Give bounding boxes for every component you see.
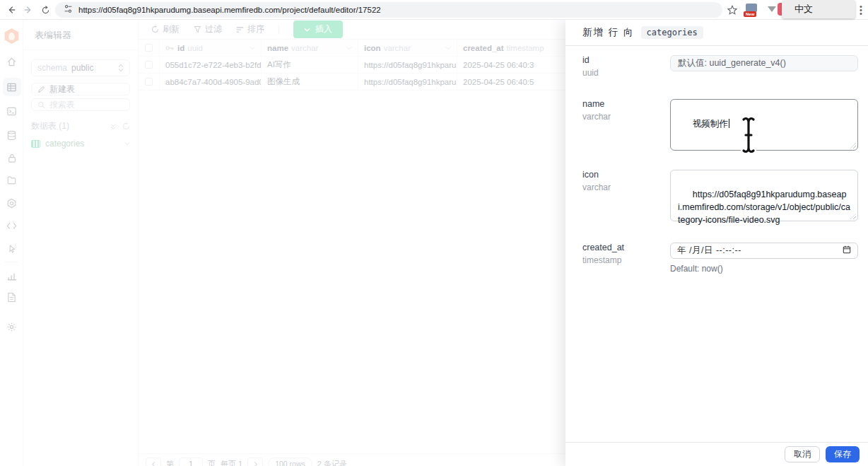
name-textarea[interactable]: 视频制作 (670, 99, 858, 151)
sql-editor-nav-icon[interactable] (0, 102, 23, 120)
column-header-name[interactable]: name varchar (262, 40, 358, 56)
row-checkbox[interactable] (139, 57, 160, 73)
refresh-label: 刷新 (163, 23, 180, 35)
address-bar[interactable]: https://d05faq8g91hkparudumg.baseapi.mem… (55, 2, 722, 18)
refresh-icon (151, 25, 159, 33)
extension-icon[interactable]: New (744, 3, 759, 17)
column-header-id[interactable]: id uuid (160, 40, 262, 56)
new-table-button[interactable]: 新建表 (31, 83, 130, 95)
app-window: 表编辑器 schema public 新建表 搜索表 数据表 (1) categ… (0, 20, 868, 466)
table-grid-icon (31, 140, 40, 148)
next-page-button[interactable] (247, 458, 263, 466)
collapse-icon[interactable] (110, 123, 117, 130)
refresh-button[interactable]: 刷新 (151, 23, 180, 35)
cell-icon[interactable]: https://d05faq8g91hkparudumg.baseapi.r (358, 57, 457, 73)
chevron-down-icon[interactable] (346, 46, 352, 50)
pagination-bar: 第 页 每页 1 100 rows 2 条记录 (139, 453, 565, 466)
translate-popup[interactable]: 中文 (782, 0, 855, 18)
settings-gear-nav-icon[interactable] (0, 318, 23, 336)
icon-textarea[interactable]: https://d05faq8g91hkparudumg.baseapi.mem… (670, 170, 858, 221)
resize-handle[interactable] (850, 214, 856, 219)
text-caret (729, 119, 729, 128)
api-code-nav-icon[interactable] (0, 216, 23, 235)
name-value: 视频制作 (693, 119, 728, 129)
column-type: timestamp (507, 44, 544, 52)
cancel-button[interactable]: 取消 (785, 446, 820, 462)
grid-header-row: id uuid name varchar icon varchar create… (139, 40, 565, 57)
insert-label: 插入 (315, 23, 332, 35)
auth-lock-nav-icon[interactable] (0, 148, 23, 167)
refresh-tables-icon[interactable] (122, 122, 130, 130)
reports-chart-nav-icon[interactable] (0, 267, 23, 285)
column-header-created-at[interactable]: created_at timestamp (457, 40, 565, 56)
field-type-name: varchar (582, 112, 611, 122)
rows-per-page-select[interactable]: 100 rows (268, 458, 312, 466)
column-header-icon[interactable]: icon varchar (358, 40, 457, 56)
field-type-created-at: timestamp (582, 255, 621, 265)
extensions-dropdown-icon[interactable] (768, 6, 776, 12)
database-nav-icon[interactable] (0, 126, 23, 144)
cell-created-at[interactable]: 2025-04-25 06:40:5 (457, 74, 565, 90)
column-name: name (267, 44, 288, 52)
sort-button[interactable]: 排序 (236, 23, 264, 35)
edge-functions-nav-icon[interactable] (0, 194, 23, 212)
extension-new-badge: New (744, 11, 756, 17)
drawer-header-divider (565, 45, 868, 46)
data-grid: id uuid name varchar icon varchar create… (139, 40, 565, 91)
default-hint: Default: now() (670, 264, 723, 274)
drawer-title: 新增 行 向 (582, 26, 635, 39)
storage-folder-nav-icon[interactable] (0, 171, 23, 190)
bookmark-star-icon[interactable] (725, 0, 739, 20)
schema-label: schema (37, 63, 67, 73)
insert-button[interactable]: 插入 (293, 21, 343, 38)
table-row[interactable]: ab84c7a7-400d-4905-9ad0-6da0b395d5 图像生成 … (139, 74, 565, 91)
table-row[interactable]: 055d1c72-e722-4eb3-b2fd-db4f1b3e04c3 AI写… (139, 57, 565, 74)
cell-created-at[interactable]: 2025-04-25 06:40:3 (457, 57, 565, 73)
cell-id[interactable]: ab84c7a7-400d-4905-9ad0-6da0b395d5 (160, 74, 262, 90)
chevron-down-icon[interactable] (250, 46, 255, 50)
resize-handle[interactable] (850, 143, 856, 148)
home-nav-icon[interactable] (0, 52, 23, 71)
row-checkbox[interactable] (139, 74, 160, 90)
sort-label: 排序 (247, 23, 264, 35)
field-label-icon: icon (582, 170, 599, 180)
save-button[interactable]: 保存 (826, 446, 860, 462)
page-number-input[interactable] (179, 458, 203, 466)
toolbar-separator (278, 25, 279, 35)
search-icon (37, 101, 45, 109)
search-table-input[interactable]: 搜索表 (31, 98, 130, 111)
select-all-checkbox[interactable] (139, 40, 160, 56)
back-icon[interactable] (3, 0, 20, 20)
reload-icon[interactable] (37, 0, 54, 20)
rail-divider (4, 262, 18, 262)
column-type: varchar (384, 44, 411, 52)
per-page-label: 每页 1 (221, 458, 242, 466)
filter-button[interactable]: 过滤 (194, 23, 222, 35)
memfire-logo-icon[interactable] (0, 25, 23, 47)
field-type-icon: varchar (582, 182, 611, 192)
advisor-cursor-nav-icon[interactable] (0, 239, 23, 257)
schema-select[interactable]: schema public (31, 59, 130, 76)
datetime-placeholder: 年 /月/日 --:--:-- (677, 245, 741, 257)
cell-name[interactable]: 图像生成 (262, 74, 358, 90)
prev-page-button[interactable] (146, 458, 161, 466)
browser-menu-icon[interactable]: ••• (860, 5, 862, 16)
arrow-right-icon (252, 461, 259, 466)
page-prefix-label: 第 (166, 458, 174, 466)
logs-file-nav-icon[interactable] (0, 288, 23, 306)
cell-name[interactable]: AI写作 (262, 57, 358, 73)
calendar-icon[interactable] (843, 245, 851, 256)
column-type: uuid (187, 44, 203, 52)
cell-id[interactable]: 055d1c72-e722-4eb3-b2fd-db4f1b3e04c3 (160, 57, 262, 73)
url-text[interactable]: https://d05faq8g91hkparudumg.baseapi.mem… (78, 6, 381, 14)
chevron-down-icon[interactable] (124, 141, 130, 146)
chevron-down-icon[interactable] (445, 46, 451, 50)
sidebar-title: 表编辑器 (23, 20, 138, 49)
site-info-icon[interactable] (64, 4, 73, 16)
table-editor-nav-icon[interactable] (0, 76, 23, 98)
forward-icon[interactable] (20, 0, 37, 20)
created-at-datetime-input[interactable]: 年 /月/日 --:--:-- (670, 243, 858, 259)
sidebar-item-categories[interactable]: categories (31, 139, 130, 148)
cell-icon[interactable]: https://d05faq8g91hkparudumg.baseapi.r (358, 74, 457, 90)
column-name: id (177, 44, 184, 52)
